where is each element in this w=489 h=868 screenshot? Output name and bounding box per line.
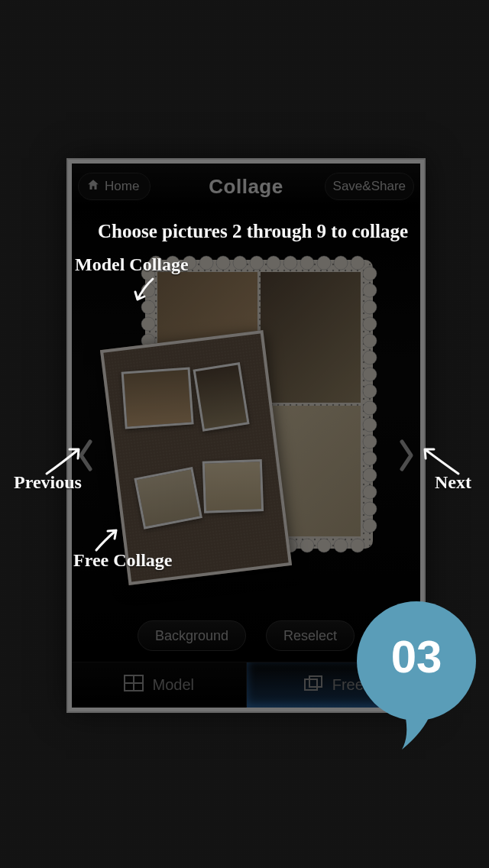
svg-point-51 [363, 368, 377, 381]
home-button[interactable]: Home [78, 173, 151, 200]
svg-point-8 [233, 256, 247, 270]
svg-point-6 [199, 256, 213, 270]
save-share-button[interactable]: Save&Share [325, 173, 414, 200]
svg-point-47 [363, 300, 377, 314]
svg-rect-65 [309, 676, 322, 687]
svg-point-7 [216, 256, 230, 270]
home-label: Home [105, 179, 139, 194]
svg-point-46 [363, 283, 377, 297]
free-photo[interactable] [202, 459, 264, 513]
step-badge: 03 [351, 600, 481, 753]
svg-point-55 [363, 435, 377, 449]
next-annotation: Next [435, 472, 471, 493]
free-photo[interactable] [193, 362, 250, 432]
home-icon [86, 178, 100, 196]
free-collage-preview[interactable] [100, 330, 292, 585]
svg-point-29 [141, 267, 155, 280]
background-label: Background [155, 628, 228, 644]
svg-point-32 [141, 317, 155, 331]
svg-point-5 [183, 256, 196, 270]
step-number: 03 [351, 630, 481, 683]
svg-point-58 [363, 485, 377, 499]
save-share-label: Save&Share [333, 179, 406, 194]
grid-icon [124, 675, 144, 695]
svg-point-26 [317, 539, 331, 552]
svg-point-59 [363, 502, 377, 516]
svg-point-60 [363, 519, 377, 533]
svg-point-56 [363, 452, 377, 465]
free-photo[interactable] [134, 467, 202, 530]
svg-point-4 [166, 256, 180, 270]
svg-point-48 [363, 317, 377, 331]
svg-point-15 [351, 256, 364, 270]
svg-point-25 [300, 539, 314, 552]
previous-arrow[interactable] [73, 437, 98, 474]
background-button[interactable]: Background [138, 620, 246, 651]
free-photo[interactable] [121, 368, 194, 429]
svg-point-27 [334, 539, 348, 552]
svg-point-50 [363, 351, 377, 364]
svg-point-57 [363, 468, 377, 482]
page-title: Collage [209, 175, 283, 199]
svg-point-30 [141, 283, 155, 297]
svg-point-31 [141, 300, 155, 314]
svg-point-52 [363, 384, 377, 398]
app-header: Home Collage Save&Share [72, 164, 420, 209]
svg-point-53 [363, 401, 377, 415]
svg-point-13 [317, 256, 331, 270]
svg-point-28 [351, 539, 364, 552]
svg-point-12 [300, 256, 314, 270]
svg-point-54 [363, 418, 377, 432]
collage-canvas[interactable] [72, 209, 420, 616]
svg-point-9 [250, 256, 264, 270]
next-arrow[interactable] [394, 437, 419, 474]
tab-model-label: Model [153, 676, 194, 694]
tab-model[interactable]: Model [72, 662, 247, 708]
svg-point-14 [334, 256, 348, 270]
reselect-label: Reselect [283, 628, 337, 644]
svg-point-11 [283, 256, 297, 270]
svg-point-49 [363, 334, 377, 348]
svg-point-10 [267, 256, 280, 270]
svg-rect-64 [305, 679, 317, 690]
svg-point-45 [363, 267, 377, 280]
collage-cell[interactable] [261, 272, 361, 403]
reselect-button[interactable]: Reselect [266, 620, 355, 651]
layers-icon [303, 675, 323, 695]
